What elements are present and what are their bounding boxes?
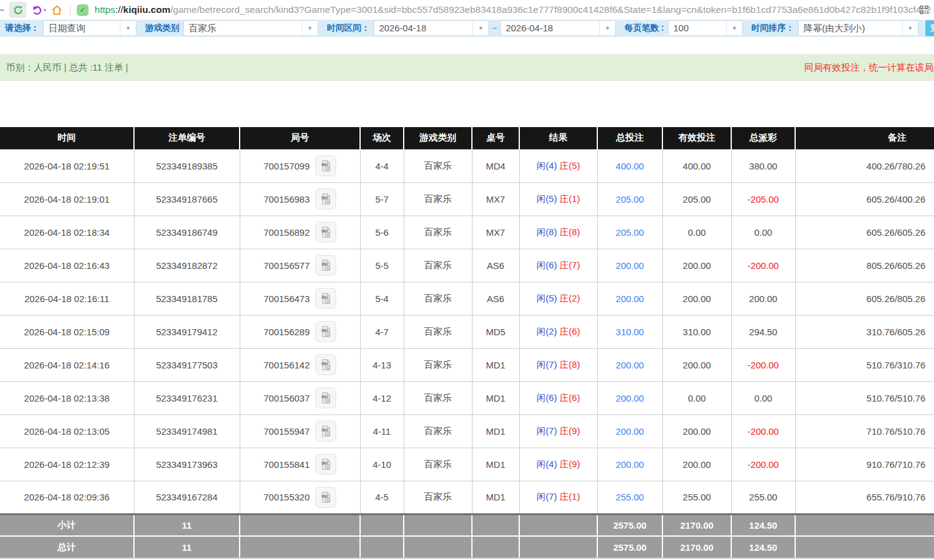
cell-session: 5-4 — [360, 282, 404, 315]
video-replay-icon[interactable] — [315, 288, 336, 309]
sort-value: 降幂(由大到小) — [799, 21, 902, 36]
cell-valid-bet: 200.00 — [662, 348, 731, 381]
cell-total-bet[interactable]: 400.00 — [597, 149, 662, 182]
sort-label: 时间排序： — [752, 23, 795, 34]
cell-bet-id: 523349176231 — [134, 381, 240, 414]
video-replay-icon[interactable] — [315, 387, 336, 408]
cell-total-bet[interactable]: 200.00 — [597, 381, 662, 414]
cell-total-bet[interactable]: 200.00 — [597, 249, 662, 282]
result-player: 闲(6) — [536, 392, 557, 403]
round-id-text: 700155320 — [264, 492, 310, 502]
result-player: 闲(4) — [536, 160, 557, 171]
cell-total-bet[interactable]: 200.00 — [597, 448, 662, 481]
cell-remark: 510.76/510.76 — [795, 381, 934, 414]
query-type-dropdown[interactable]: 日期查询 ▼ — [43, 20, 136, 36]
cell-table-no: MD5 — [472, 315, 519, 348]
cell-game-type: 百家乐 — [404, 448, 472, 481]
cell-total-bet[interactable]: 205.00 — [597, 182, 662, 216]
cell-round-id: 700156289 — [240, 315, 360, 348]
cell-total-bet[interactable]: 255.00 — [597, 481, 662, 514]
url-bar[interactable]: https://kiqiiu.com/game/betrecord_search… — [95, 4, 931, 15]
select-type-label: 请选择： — [5, 23, 39, 34]
video-replay-icon[interactable] — [315, 321, 336, 342]
chevron-down-icon[interactable]: ▼ — [599, 21, 615, 36]
header-cell: 备注 — [795, 127, 934, 149]
date-from-dropdown[interactable]: 2026-04-18 ▼ — [374, 20, 489, 36]
result-player: 闲(7) — [536, 426, 557, 436]
date-range-tilde: ~ — [492, 23, 497, 33]
chevron-down-icon[interactable]: ▼ — [473, 21, 489, 36]
cell-table-no: AS6 — [472, 249, 519, 282]
cell-game-type: 百家乐 — [404, 149, 472, 182]
result-player: 闲(4) — [536, 459, 557, 469]
date-to-dropdown[interactable]: 2026-04-18 ▼ — [500, 20, 616, 36]
result-player: 闲(7) — [536, 359, 557, 370]
cell-time: 2026-04-18 02:14:16 — [0, 348, 134, 381]
chevron-down-icon[interactable]: ▼ — [726, 21, 742, 36]
cell-total-bet[interactable]: 200.00 — [597, 414, 662, 448]
cell-total-bet[interactable]: 205.00 — [597, 216, 662, 249]
cell-valid-bet: 200.00 — [662, 448, 731, 481]
cell-session: 5-6 — [360, 216, 404, 249]
header-cell: 局号 — [240, 127, 360, 149]
game-type-dropdown[interactable]: 百家乐 ▼ — [183, 20, 318, 36]
table-header-row: 时间注单编号局号场次游戏类别桌号结果总投注有效投注总派彩备注 — [0, 127, 934, 149]
result-banker: 庄(2) — [557, 293, 580, 303]
video-replay-icon[interactable] — [315, 454, 336, 475]
cell-valid-bet: 200.00 — [662, 249, 731, 282]
qr-code-icon[interactable] — [919, 5, 929, 17]
cell-valid-bet: 310.00 — [662, 315, 731, 348]
cell-time: 2026-04-18 02:15:09 — [0, 315, 134, 348]
chevron-down-icon[interactable]: ▼ — [120, 21, 136, 36]
clipped-toolbar-icon — [0, 9, 4, 11]
cell-total-bet[interactable]: 200.00 — [597, 282, 662, 315]
cell-table-no: MX7 — [472, 216, 519, 249]
bet-records-table: 时间注单编号局号场次游戏类别桌号结果总投注有效投注总派彩备注 2026-04-1… — [0, 127, 934, 559]
cell-game-type: 百家乐 — [404, 249, 472, 282]
cell-valid-bet: 200.00 — [662, 414, 731, 448]
video-replay-icon[interactable] — [315, 155, 336, 176]
cell-bet-id: 523349174981 — [134, 414, 240, 448]
cell-remark: 310.76/605.26 — [795, 315, 934, 348]
header-cell: 总派彩 — [731, 127, 795, 149]
table-row: 2026-04-18 02:13:38523349176231700156037… — [0, 381, 934, 414]
cell-time: 2026-04-18 02:19:01 — [0, 182, 134, 216]
table-row: 2026-04-18 02:18:34523349186749700156892… — [0, 216, 934, 249]
sort-dropdown[interactable]: 降幂(由大到小) ▼ — [798, 20, 919, 36]
video-replay-icon[interactable] — [315, 421, 336, 441]
cell-game-type: 百家乐 — [404, 315, 472, 348]
video-replay-icon[interactable] — [315, 222, 336, 243]
search-button[interactable]: 查询 — [925, 20, 934, 36]
round-id-text: 700155947 — [264, 426, 310, 437]
video-replay-icon[interactable] — [315, 354, 336, 375]
header-cell: 注单编号 — [134, 127, 240, 149]
shield-check-icon[interactable]: ✓ — [77, 4, 88, 16]
subtotal-count: 11 — [134, 514, 240, 536]
date-from-value: 2026-04-18 — [374, 21, 473, 36]
round-id-text: 700156577 — [264, 260, 310, 271]
video-replay-icon[interactable] — [315, 487, 336, 508]
page-size-dropdown[interactable]: 100 ▼ — [668, 20, 743, 36]
total-label: 总计 — [0, 536, 134, 558]
cell-total-bet[interactable]: 200.00 — [597, 348, 662, 381]
table-row: 2026-04-18 02:16:43523349182872700156577… — [0, 249, 934, 282]
cell-round-id: 700156892 — [240, 216, 360, 249]
chevron-down-icon[interactable]: ▼ — [302, 21, 318, 36]
cell-game-type: 百家乐 — [404, 414, 472, 448]
cell-session: 4-7 — [360, 315, 404, 348]
cell-round-id: 700156983 — [240, 182, 360, 216]
reload-icon[interactable] — [9, 2, 26, 18]
undo-icon[interactable] — [31, 4, 42, 15]
table-row: 2026-04-18 02:15:09523349179412700156289… — [0, 315, 934, 348]
home-icon[interactable] — [51, 4, 63, 16]
header-cell: 总投注 — [597, 127, 662, 149]
video-replay-icon[interactable] — [315, 255, 336, 276]
undo-dropdown-caret-icon[interactable]: ▾ — [44, 7, 46, 13]
cell-session: 4-11 — [360, 414, 404, 448]
video-replay-icon[interactable] — [315, 189, 336, 209]
cell-total-bet[interactable]: 310.00 — [597, 315, 662, 348]
cell-game-type: 百家乐 — [404, 216, 472, 249]
valid-bet-note: 同局有效投注，统一计算在该局第 — [804, 62, 934, 74]
chevron-down-icon[interactable]: ▼ — [902, 21, 918, 36]
total-total-bet: 2575.00 — [597, 536, 662, 558]
